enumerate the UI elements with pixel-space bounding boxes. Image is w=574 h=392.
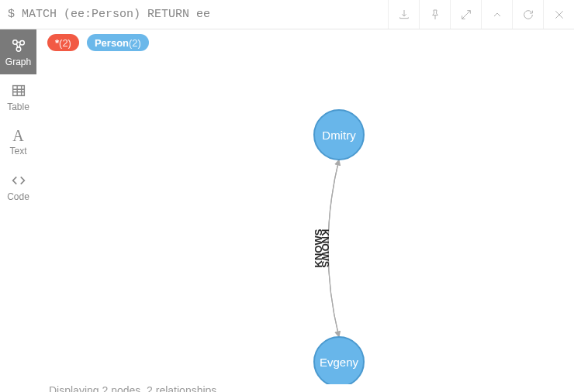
text-icon: A [12,128,23,143]
query-input[interactable]: $ MATCH (ee:Person) RETURN ee [0,0,388,29]
status-bar: Displaying 2 nodes, 2 relationships. [36,384,574,392]
svg-point-1 [19,40,24,45]
graph-node[interactable]: Evgeny [314,337,364,384]
graph-canvas[interactable]: KNOWSKNOWSDmitryEvgeny [36,56,574,384]
chip-count: (2) [59,37,71,49]
rerun-button[interactable] [512,0,543,29]
tab-label: Graph [5,57,31,67]
graph-node[interactable]: Dmitry [314,110,364,160]
query-text: MATCH (ee:Person) RETURN ee [22,8,210,21]
chip-person[interactable]: Person(2) [87,34,149,51]
refresh-icon [522,9,534,21]
status-text: Displaying 2 nodes, 2 relationships. [49,384,220,392]
tab-text[interactable]: A Text [0,119,36,164]
frame-actions [388,0,574,29]
expand-icon [460,9,472,21]
code-icon [10,172,27,189]
expand-button[interactable] [450,0,481,29]
chevron-up-icon [491,9,503,21]
query-bar: $ MATCH (ee:Person) RETURN ee [0,0,574,29]
close-button[interactable] [543,0,574,29]
node-label: Evgeny [320,356,359,369]
chip-all[interactable]: *(2) [47,34,79,51]
relationship-label: KNOWS [320,229,331,268]
tab-label: Text [9,146,26,156]
tab-table[interactable]: Table [0,74,36,119]
tab-label: Table [7,101,29,112]
download-button[interactable] [388,0,419,29]
svg-rect-3 [12,85,24,95]
svg-point-2 [16,46,21,51]
graph-icon [10,37,27,54]
view-sidebar: Graph Table A Text Code [0,29,36,392]
label-chips: *(2) Person(2) [36,29,574,56]
tab-label: Code [7,191,29,202]
query-prompt: $ [8,8,22,21]
node-label: Dmitry [322,129,356,142]
table-icon [10,82,27,99]
collapse-button[interactable] [481,0,512,29]
tab-code[interactable]: Code [0,164,36,209]
chip-label: Person [95,37,129,49]
graph-svg: KNOWSKNOWSDmitryEvgeny [36,56,574,384]
pin-icon [429,9,441,21]
download-icon [398,9,410,21]
chip-count: (2) [129,37,141,49]
pin-button[interactable] [419,0,450,29]
tab-graph[interactable]: Graph [0,29,36,74]
close-icon [553,9,565,21]
